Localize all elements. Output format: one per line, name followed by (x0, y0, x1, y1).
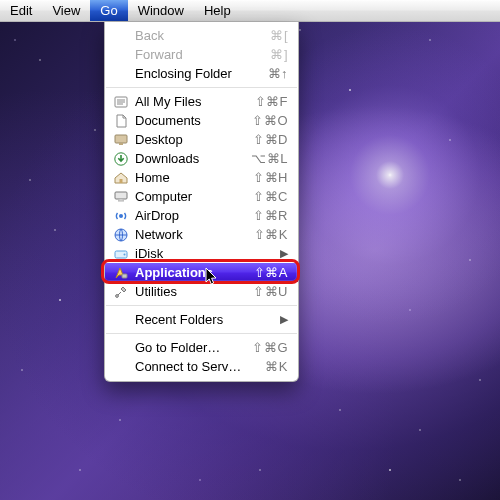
menu-item-utilities[interactable]: Utilities ⇧⌘U (105, 282, 298, 301)
menubar-item-help[interactable]: Help (194, 0, 241, 21)
menu-shortcut: ⇧⌘R (248, 208, 288, 223)
submenu-arrow-icon: ▶ (274, 313, 288, 326)
menubar-label: Help (204, 3, 231, 18)
menu-shortcut: ⇧⌘H (248, 170, 288, 185)
menu-separator (106, 87, 297, 88)
menu-label: AirDrop (135, 208, 248, 223)
menu-item-airdrop[interactable]: AirDrop ⇧⌘R (105, 206, 298, 225)
menu-shortcut: ⇧⌘K (248, 227, 288, 242)
menubar-label: Window (138, 3, 184, 18)
menu-label: Network (135, 227, 248, 242)
idisk-icon (113, 246, 129, 262)
menu-label: iDisk (135, 246, 274, 261)
menu-label: Back (135, 28, 248, 43)
menu-label: Go to Folder… (135, 340, 248, 355)
menu-label: Forward (135, 47, 248, 62)
network-icon (113, 227, 129, 243)
menu-item-network[interactable]: Network ⇧⌘K (105, 225, 298, 244)
menu-item-all-my-files[interactable]: All My Files ⇧⌘F (105, 92, 298, 111)
svg-point-14 (124, 253, 126, 255)
menu-item-desktop[interactable]: Desktop ⇧⌘D (105, 130, 298, 149)
menu-shortcut: ⌘[ (248, 28, 288, 43)
menu-shortcut: ⇧⌘D (248, 132, 288, 147)
spacer-icon (113, 28, 129, 44)
applications-icon (113, 265, 129, 281)
menu-item-forward: Forward ⌘] (105, 45, 298, 64)
svg-point-16 (116, 294, 119, 297)
menu-label: Utilities (135, 284, 248, 299)
menu-label: All My Files (135, 94, 248, 109)
menu-shortcut: ⇧⌘O (248, 113, 288, 128)
menubar-label: Go (100, 3, 117, 18)
menu-label: Documents (135, 113, 248, 128)
svg-rect-5 (119, 143, 123, 145)
menu-item-home[interactable]: Home ⇧⌘H (105, 168, 298, 187)
svg-rect-4 (115, 135, 127, 143)
menubar-item-view[interactable]: View (42, 0, 90, 21)
spacer-icon (113, 359, 129, 375)
menu-shortcut: ⇧⌘C (248, 189, 288, 204)
menu-label: Enclosing Folder (135, 66, 248, 81)
menu-item-downloads[interactable]: Downloads ⌥⌘L (105, 149, 298, 168)
svg-point-11 (119, 214, 123, 218)
menu-shortcut: ⌘] (248, 47, 288, 62)
menu-shortcut: ⌥⌘L (248, 151, 288, 166)
menu-item-documents[interactable]: Documents ⇧⌘O (105, 111, 298, 130)
spacer-icon (113, 47, 129, 63)
home-icon (113, 170, 129, 186)
menu-shortcut: ⌘↑ (248, 66, 288, 81)
computer-icon (113, 189, 129, 205)
spacer-icon (113, 312, 129, 328)
menu-label: Connect to Server… (135, 359, 248, 374)
menu-item-computer[interactable]: Computer ⇧⌘C (105, 187, 298, 206)
menu-label: Downloads (135, 151, 248, 166)
menubar-label: View (52, 3, 80, 18)
svg-rect-15 (122, 274, 127, 278)
menu-label: Applications (135, 265, 248, 280)
menubar-item-go[interactable]: Go (90, 0, 127, 21)
menubar-item-window[interactable]: Window (128, 0, 194, 21)
menu-shortcut: ⌘K (248, 359, 288, 374)
desktop-icon (113, 132, 129, 148)
menu-separator (106, 333, 297, 334)
spacer-icon (113, 66, 129, 82)
menu-item-idisk[interactable]: iDisk ▶ (105, 244, 298, 263)
menubar-item-edit[interactable]: Edit (0, 0, 42, 21)
downloads-icon (113, 151, 129, 167)
svg-rect-7 (120, 179, 123, 183)
menu-item-back: Back ⌘[ (105, 26, 298, 45)
menu-shortcut: ⇧⌘A (248, 265, 288, 280)
svg-rect-10 (120, 199, 123, 201)
menubar: Edit View Go Window Help (0, 0, 500, 22)
menu-item-recent-folders[interactable]: Recent Folders ▶ (105, 310, 298, 329)
menu-item-enclosing-folder[interactable]: Enclosing Folder ⌘↑ (105, 64, 298, 83)
utilities-icon (113, 284, 129, 300)
menu-separator (106, 305, 297, 306)
menu-item-connect-to-server[interactable]: Connect to Server… ⌘K (105, 357, 298, 376)
menu-shortcut: ⇧⌘G (248, 340, 288, 355)
spacer-icon (113, 340, 129, 356)
menu-item-go-to-folder[interactable]: Go to Folder… ⇧⌘G (105, 338, 298, 357)
go-menu: Back ⌘[ Forward ⌘] Enclosing Folder ⌘↑ A… (104, 22, 299, 382)
menu-label: Desktop (135, 132, 248, 147)
menu-item-applications[interactable]: Applications ⇧⌘A (105, 263, 298, 282)
menubar-label: Edit (10, 3, 32, 18)
airdrop-icon (113, 208, 129, 224)
all-my-files-icon (113, 94, 129, 110)
menu-label: Computer (135, 189, 248, 204)
menu-label: Home (135, 170, 248, 185)
submenu-arrow-icon: ▶ (274, 247, 288, 260)
menu-shortcut: ⇧⌘U (248, 284, 288, 299)
svg-rect-8 (115, 192, 127, 199)
documents-icon (113, 113, 129, 129)
menu-label: Recent Folders (135, 312, 274, 327)
menu-shortcut: ⇧⌘F (248, 94, 288, 109)
